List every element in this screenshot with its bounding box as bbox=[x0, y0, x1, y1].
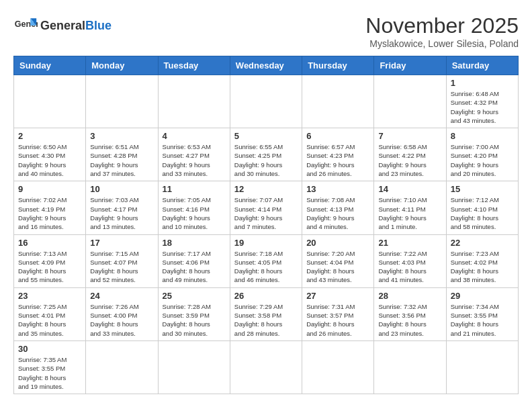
day-number: 9 bbox=[18, 184, 81, 194]
day-cell: 17Sunrise: 7:15 AM Sunset: 4:07 PM Dayli… bbox=[86, 234, 158, 287]
week-row-5: 30Sunrise: 7:35 AM Sunset: 3:55 PM Dayli… bbox=[14, 340, 519, 394]
day-info: Sunrise: 6:57 AM Sunset: 4:23 PM Dayligh… bbox=[306, 142, 369, 178]
day-cell bbox=[374, 75, 446, 128]
header-monday: Monday bbox=[86, 56, 158, 75]
logo: General GeneralBlue bbox=[13, 13, 112, 38]
day-info: Sunrise: 6:58 AM Sunset: 4:22 PM Dayligh… bbox=[378, 142, 441, 178]
day-info: Sunrise: 7:08 AM Sunset: 4:13 PM Dayligh… bbox=[306, 195, 369, 231]
day-cell: 23Sunrise: 7:25 AM Sunset: 4:01 PM Dayli… bbox=[14, 287, 86, 340]
day-cell bbox=[230, 75, 302, 128]
day-number: 29 bbox=[451, 291, 514, 301]
header-thursday: Thursday bbox=[302, 56, 374, 75]
day-cell: 12Sunrise: 7:07 AM Sunset: 4:14 PM Dayli… bbox=[230, 181, 302, 234]
day-number: 28 bbox=[378, 291, 441, 301]
header-wednesday: Wednesday bbox=[230, 56, 302, 75]
day-number: 4 bbox=[163, 131, 226, 141]
logo-text: GeneralBlue bbox=[40, 19, 112, 32]
day-info: Sunrise: 7:22 AM Sunset: 4:03 PM Dayligh… bbox=[378, 249, 441, 285]
day-cell: 25Sunrise: 7:28 AM Sunset: 3:59 PM Dayli… bbox=[158, 287, 230, 340]
day-cell bbox=[446, 340, 518, 394]
day-cell: 20Sunrise: 7:20 AM Sunset: 4:04 PM Dayli… bbox=[302, 234, 374, 287]
week-row-2: 9Sunrise: 7:02 AM Sunset: 4:19 PM Daylig… bbox=[14, 181, 519, 234]
day-number: 5 bbox=[234, 131, 298, 141]
day-info: Sunrise: 7:26 AM Sunset: 4:00 PM Dayligh… bbox=[90, 302, 153, 338]
day-cell: 8Sunrise: 7:00 AM Sunset: 4:20 PM Daylig… bbox=[446, 128, 518, 181]
day-info: Sunrise: 7:02 AM Sunset: 4:19 PM Dayligh… bbox=[18, 195, 81, 231]
day-number: 18 bbox=[163, 238, 226, 248]
day-number: 10 bbox=[90, 184, 153, 194]
day-cell: 7Sunrise: 6:58 AM Sunset: 4:22 PM Daylig… bbox=[374, 128, 446, 181]
day-cell: 24Sunrise: 7:26 AM Sunset: 4:00 PM Dayli… bbox=[86, 287, 158, 340]
day-number: 6 bbox=[306, 131, 369, 141]
day-cell: 27Sunrise: 7:31 AM Sunset: 3:57 PM Dayli… bbox=[302, 287, 374, 340]
day-number: 3 bbox=[90, 131, 153, 141]
day-info: Sunrise: 6:53 AM Sunset: 4:27 PM Dayligh… bbox=[163, 142, 226, 178]
day-number: 1 bbox=[451, 78, 514, 88]
day-number: 30 bbox=[18, 344, 81, 354]
day-number: 12 bbox=[234, 184, 298, 194]
day-cell bbox=[14, 75, 86, 128]
day-cell: 18Sunrise: 7:17 AM Sunset: 4:06 PM Dayli… bbox=[158, 234, 230, 287]
day-cell bbox=[158, 75, 230, 128]
day-cell: 11Sunrise: 7:05 AM Sunset: 4:16 PM Dayli… bbox=[158, 181, 230, 234]
day-number: 7 bbox=[378, 131, 441, 141]
day-cell: 21Sunrise: 7:22 AM Sunset: 4:03 PM Dayli… bbox=[374, 234, 446, 287]
day-number: 23 bbox=[18, 291, 81, 301]
day-info: Sunrise: 6:55 AM Sunset: 4:25 PM Dayligh… bbox=[234, 142, 298, 178]
day-info: Sunrise: 7:17 AM Sunset: 4:06 PM Dayligh… bbox=[163, 249, 226, 285]
day-info: Sunrise: 7:20 AM Sunset: 4:04 PM Dayligh… bbox=[306, 249, 369, 285]
day-cell: 26Sunrise: 7:29 AM Sunset: 3:58 PM Dayli… bbox=[230, 287, 302, 340]
day-info: Sunrise: 7:10 AM Sunset: 4:11 PM Dayligh… bbox=[378, 195, 441, 231]
header-sunday: Sunday bbox=[14, 56, 86, 75]
day-cell bbox=[302, 340, 374, 394]
header-tuesday: Tuesday bbox=[158, 56, 230, 75]
day-number: 26 bbox=[234, 291, 298, 301]
day-cell bbox=[86, 75, 158, 128]
day-number: 22 bbox=[451, 238, 514, 248]
day-cell: 1Sunrise: 6:48 AM Sunset: 4:32 PM Daylig… bbox=[446, 75, 518, 128]
day-cell bbox=[374, 340, 446, 394]
day-cell: 10Sunrise: 7:03 AM Sunset: 4:17 PM Dayli… bbox=[86, 181, 158, 234]
day-info: Sunrise: 7:28 AM Sunset: 3:59 PM Dayligh… bbox=[163, 302, 226, 338]
day-cell: 15Sunrise: 7:12 AM Sunset: 4:10 PM Dayli… bbox=[446, 181, 518, 234]
day-cell: 4Sunrise: 6:53 AM Sunset: 4:27 PM Daylig… bbox=[158, 128, 230, 181]
header-friday: Friday bbox=[374, 56, 446, 75]
calendar-table: SundayMondayTuesdayWednesdayThursdayFrid… bbox=[13, 56, 519, 394]
day-info: Sunrise: 7:05 AM Sunset: 4:16 PM Dayligh… bbox=[163, 195, 226, 231]
day-info: Sunrise: 7:31 AM Sunset: 3:57 PM Dayligh… bbox=[306, 302, 369, 338]
day-cell bbox=[302, 75, 374, 128]
day-cell: 19Sunrise: 7:18 AM Sunset: 4:05 PM Dayli… bbox=[230, 234, 302, 287]
day-cell: 5Sunrise: 6:55 AM Sunset: 4:25 PM Daylig… bbox=[230, 128, 302, 181]
month-title: November 2025 bbox=[365, 13, 519, 38]
day-number: 17 bbox=[90, 238, 153, 248]
day-number: 16 bbox=[18, 238, 81, 248]
day-cell: 30Sunrise: 7:35 AM Sunset: 3:55 PM Dayli… bbox=[14, 340, 86, 394]
day-number: 25 bbox=[163, 291, 226, 301]
day-info: Sunrise: 7:03 AM Sunset: 4:17 PM Dayligh… bbox=[90, 195, 153, 231]
day-number: 20 bbox=[306, 238, 369, 248]
day-info: Sunrise: 7:25 AM Sunset: 4:01 PM Dayligh… bbox=[18, 302, 81, 338]
day-number: 21 bbox=[378, 238, 441, 248]
day-number: 27 bbox=[306, 291, 369, 301]
day-info: Sunrise: 7:13 AM Sunset: 4:09 PM Dayligh… bbox=[18, 249, 81, 285]
day-cell bbox=[230, 340, 302, 394]
day-cell: 6Sunrise: 6:57 AM Sunset: 4:23 PM Daylig… bbox=[302, 128, 374, 181]
day-cell: 14Sunrise: 7:10 AM Sunset: 4:11 PM Dayli… bbox=[374, 181, 446, 234]
day-number: 15 bbox=[451, 184, 514, 194]
day-info: Sunrise: 6:48 AM Sunset: 4:32 PM Dayligh… bbox=[451, 89, 514, 125]
day-info: Sunrise: 7:12 AM Sunset: 4:10 PM Dayligh… bbox=[451, 195, 514, 231]
day-info: Sunrise: 7:23 AM Sunset: 4:02 PM Dayligh… bbox=[451, 249, 514, 285]
day-number: 8 bbox=[451, 131, 514, 141]
day-cell: 3Sunrise: 6:51 AM Sunset: 4:28 PM Daylig… bbox=[86, 128, 158, 181]
page-header: General GeneralBlue November 2025 Myslak… bbox=[13, 13, 519, 49]
day-cell: 28Sunrise: 7:32 AM Sunset: 3:56 PM Dayli… bbox=[374, 287, 446, 340]
day-info: Sunrise: 7:29 AM Sunset: 3:58 PM Dayligh… bbox=[234, 302, 298, 338]
location-title: Myslakowice, Lower Silesia, Poland bbox=[365, 38, 519, 49]
header-saturday: Saturday bbox=[446, 56, 518, 75]
day-info: Sunrise: 6:51 AM Sunset: 4:28 PM Dayligh… bbox=[90, 142, 153, 178]
day-number: 14 bbox=[378, 184, 441, 194]
week-row-4: 23Sunrise: 7:25 AM Sunset: 4:01 PM Dayli… bbox=[14, 287, 519, 340]
day-info: Sunrise: 7:32 AM Sunset: 3:56 PM Dayligh… bbox=[378, 302, 441, 338]
day-number: 11 bbox=[163, 184, 226, 194]
day-cell: 2Sunrise: 6:50 AM Sunset: 4:30 PM Daylig… bbox=[14, 128, 86, 181]
